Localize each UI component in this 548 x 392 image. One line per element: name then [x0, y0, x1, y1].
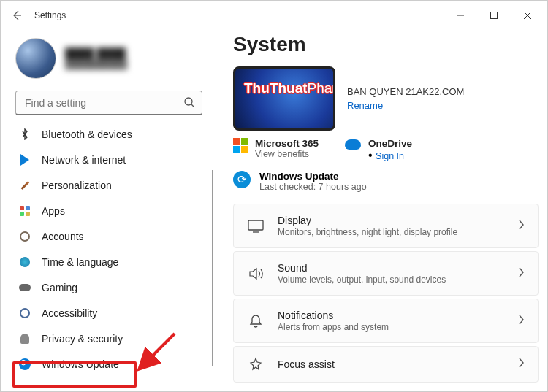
card-notifications[interactable]: Notifications Alerts from apps and syste…	[233, 299, 539, 343]
service-onedrive[interactable]: OneDrive • Sign In	[345, 138, 412, 162]
sidebar-item-apps[interactable]: Apps	[9, 199, 207, 223]
card-sound[interactable]: Sound Volume levels, output, input, soun…	[233, 251, 539, 296]
device-hero: ThuThuatPhanMem.vn BAN QUYEN 21AK22.COM …	[233, 66, 539, 131]
card-title: Focus assist	[278, 358, 504, 370]
card-title: Display	[278, 215, 504, 226]
sidebar-item-accounts[interactable]: Accounts	[9, 224, 207, 249]
sidebar-divider	[212, 170, 213, 366]
onedrive-icon	[345, 139, 361, 150]
sidebar-item-privacy[interactable]: Privacy & security	[9, 326, 207, 351]
main: System ThuThuatPhanMem.vn BAN QUYEN 21AK…	[213, 30, 547, 391]
wu-sub: Last checked: 7 hours ago	[259, 182, 367, 192]
watermark: ThuThuatPhanMem.vn	[244, 80, 335, 96]
service-microsoft365[interactable]: Microsoft 365 View benefits	[233, 138, 319, 162]
sidebar-item-label: Gaming	[42, 282, 77, 293]
accounts-icon	[18, 230, 31, 243]
device-name: BAN QUYEN 21AK22.COM	[347, 86, 464, 97]
search-icon	[183, 96, 195, 111]
accessibility-icon	[18, 307, 31, 320]
onedrive-signin[interactable]: Sign In	[376, 151, 404, 161]
microsoft-logo-icon	[233, 138, 248, 153]
svg-rect-2	[248, 220, 263, 230]
chevron-right-icon	[517, 267, 525, 280]
sound-icon	[247, 267, 265, 280]
windows-update-icon	[18, 358, 31, 371]
privacy-icon	[18, 332, 31, 345]
search-wrap	[15, 91, 202, 115]
focus-icon	[247, 357, 265, 372]
services-row: Microsoft 365 View benefits OneDrive • S…	[233, 138, 539, 162]
sidebar-item-label: Personalization	[42, 180, 112, 191]
service-title: OneDrive	[368, 138, 412, 149]
sidebar-item-network[interactable]: Network & internet	[9, 147, 207, 172]
svg-rect-0	[491, 12, 498, 19]
time-icon	[18, 255, 31, 269]
card-sub: Alerts from apps and system	[278, 322, 504, 332]
sidebar-item-personalization[interactable]: Personalization	[9, 173, 207, 198]
profile[interactable]: ████ ████ ██████████	[8, 34, 213, 89]
nav: Bluetooth & devices Network & internet P…	[8, 121, 213, 391]
sidebar-item-gaming[interactable]: Gaming	[9, 275, 207, 300]
sidebar-item-label: Apps	[42, 205, 65, 217]
update-sync-icon: ⟳	[233, 171, 251, 188]
back-button[interactable]	[4, 2, 30, 28]
sidebar-item-label: Time & language	[42, 256, 118, 268]
windows-update-status[interactable]: ⟳ Windows Update Last checked: 7 hours a…	[233, 171, 539, 192]
apps-icon	[18, 204, 31, 218]
profile-email: ██████████	[65, 59, 127, 69]
page-title: System	[233, 33, 539, 56]
sidebar-item-label: Privacy & security	[42, 333, 123, 345]
bluetooth-icon	[18, 128, 31, 141]
sidebar-item-label: Accessibility	[42, 307, 97, 319]
close-button[interactable]	[511, 4, 544, 27]
card-sub: Volume levels, output, input, sound devi…	[278, 274, 504, 285]
gaming-icon	[18, 281, 31, 294]
card-focus-assist[interactable]: Focus assist	[233, 346, 539, 383]
service-title: Microsoft 365	[255, 138, 319, 149]
chevron-right-icon	[517, 315, 525, 328]
sidebar-item-bluetooth[interactable]: Bluetooth & devices	[9, 122, 207, 147]
profile-name: ████ ████	[65, 47, 127, 59]
avatar	[15, 38, 56, 79]
card-title: Notifications	[278, 310, 504, 321]
search-input[interactable]	[15, 91, 202, 115]
display-icon	[247, 220, 265, 233]
app-title: Settings	[34, 10, 66, 20]
chevron-right-icon	[517, 358, 525, 371]
sidebar-item-windows-update[interactable]: Windows Update	[9, 352, 207, 377]
sidebar-item-accessibility[interactable]: Accessibility	[9, 301, 207, 326]
chevron-right-icon	[517, 220, 525, 233]
minimize-button[interactable]	[444, 4, 477, 27]
brush-icon	[18, 179, 31, 192]
sidebar: ████ ████ ██████████ Bluetooth & devices…	[8, 30, 213, 391]
device-image: ThuThuatPhanMem.vn	[233, 66, 335, 131]
wu-title: Windows Update	[259, 171, 367, 182]
sidebar-item-label: Windows Update	[42, 358, 119, 370]
card-title: Sound	[278, 262, 504, 274]
sidebar-item-label: Network & internet	[42, 154, 126, 166]
bell-icon	[247, 314, 265, 328]
card-display[interactable]: Display Monitors, brightness, night ligh…	[233, 204, 539, 248]
maximize-button[interactable]	[477, 4, 511, 27]
network-icon	[18, 153, 31, 166]
sidebar-item-label: Bluetooth & devices	[42, 128, 132, 140]
titlebar: Settings	[1, 1, 547, 30]
sidebar-item-time[interactable]: Time & language	[9, 250, 207, 274]
sidebar-item-label: Accounts	[42, 231, 84, 242]
service-sub: View benefits	[255, 149, 319, 159]
rename-link[interactable]: Rename	[347, 100, 383, 111]
card-sub: Monitors, brightness, night light, displ…	[278, 227, 504, 237]
svg-point-1	[185, 98, 192, 105]
